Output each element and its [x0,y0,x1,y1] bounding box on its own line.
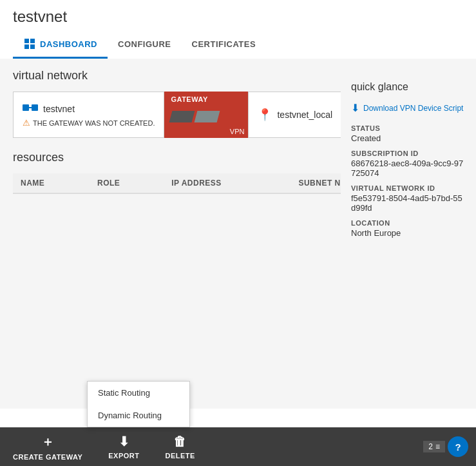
svg-rect-3 [30,44,35,49]
export-button[interactable]: ⬇ EXPORT [95,427,152,466]
quick-glance-title: quick glance [351,81,466,93]
vnet-source-node: testvnet ⚠ THE GATEWAY WAS NOT CREATED. [13,92,164,138]
svg-rect-0 [24,39,29,43]
tab-certificates-label: CERTIFICATES [192,39,256,49]
page-header: testvnet DASHBOARD CONFIGURE CERTIFICATE… [0,0,476,59]
svg-rect-1 [30,39,35,43]
page-title: testvnet [13,8,463,26]
gateway-bar-2 [195,111,220,122]
subscription-value: 68676218-aec8-409a-9cc9-97725074 [351,159,466,178]
nav-tabs: DASHBOARD CONFIGURE CERTIFICATES [13,31,463,59]
delete-button[interactable]: 🗑 DELETE [153,427,208,466]
vnet-warning: ⚠ THE GATEWAY WAS NOT CREATED. [23,118,155,128]
create-gateway-icon: ＋ [41,433,55,451]
gateway-bar-1 [169,111,195,122]
download-icon: ⬇ [351,102,359,114]
warning-icon: ⚠ [23,118,30,128]
vpn-label: VPN [230,128,245,135]
tab-dashboard[interactable]: DASHBOARD [13,31,108,59]
location-pin-icon: 📍 [258,108,272,122]
tab-certificates[interactable]: CERTIFICATES [182,31,267,59]
notifications-badge[interactable]: 2 ≡ [423,441,445,452]
local-node-name: 📍 testvnet_local [258,108,332,122]
toolbar-right: 2 ≡ ? [423,427,476,466]
dropdown-item-static[interactable]: Static Routing [88,382,189,404]
create-gateway-dropdown: Static Routing Dynamic Routing [87,381,190,427]
gateway-label: GATEWAY [171,95,207,103]
tab-dashboard-label: DASHBOARD [40,39,97,49]
col-role: ROLE [90,173,164,193]
delete-icon: 🗑 [173,434,187,449]
vnet-id-value: f5e53791-8504-4ad5-b7bd-55d99fd [351,193,466,213]
create-gateway-button[interactable]: ＋ CREATE GATEWAY [0,427,95,466]
gateway-bars [171,111,218,122]
quick-glance-panel: quick glance ⬇ Download VPN Device Scrip… [341,71,476,248]
col-ip: IP ADDRESS [164,173,290,193]
svg-rect-2 [24,44,29,49]
status-value: Created [351,133,466,143]
col-name: NAME [13,173,90,193]
tab-configure-label: CONFIGURE [118,39,171,49]
list-icon: ≡ [435,442,440,451]
export-icon: ⬇ [119,434,130,449]
download-vpn-link[interactable]: ⬇ Download VPN Device Script [351,102,466,114]
svg-rect-5 [32,104,38,111]
vnet-source-icon [23,102,38,115]
bottom-toolbar: ＋ CREATE GATEWAY ⬇ EXPORT 🗑 DELETE 2 ≡ ? [0,427,476,466]
subscription-label: SUBSCRIPTION ID [351,150,466,157]
vnet-id-label: VIRTUAL NETWORK ID [351,184,466,192]
svg-rect-4 [23,104,29,111]
location-value: North Europe [351,228,466,238]
location-label: LOCATION [351,219,466,227]
dashboard-icon [23,37,36,50]
gateway-section: GATEWAY VPN [164,92,248,138]
help-button[interactable]: ? [448,436,468,457]
status-label: STATUS [351,124,466,132]
dropdown-item-dynamic[interactable]: Dynamic Routing [88,404,189,427]
vnet-source-name: testvnet [23,102,75,115]
tab-configure[interactable]: CONFIGURE [108,31,182,59]
